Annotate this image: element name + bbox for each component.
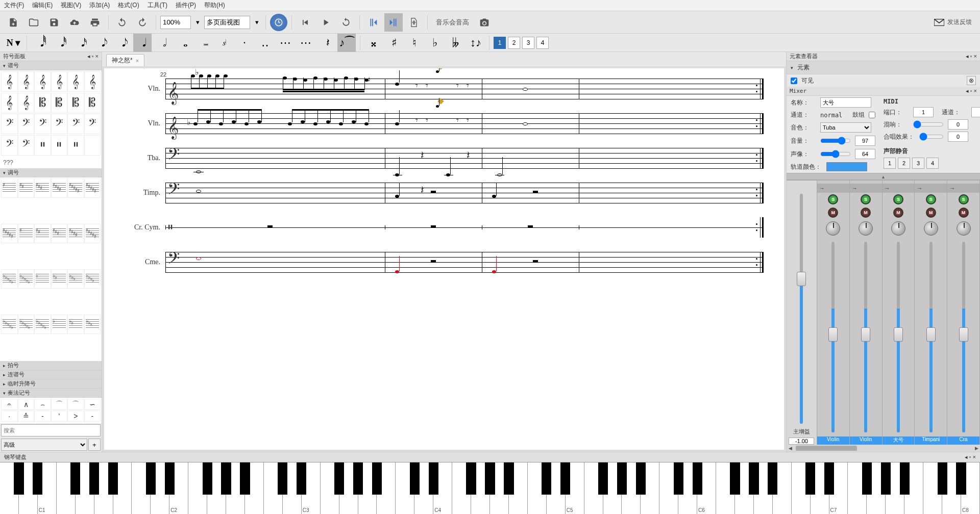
articulation-item[interactable]: -	[84, 410, 101, 422]
redo-button[interactable]	[133, 13, 152, 32]
inspector-close-buttons[interactable]: ◂ ▫ ×	[966, 53, 977, 60]
new-file-button[interactable]	[4, 13, 22, 32]
mute-button[interactable]: M	[959, 208, 969, 218]
staff[interactable]: 𝄢	[165, 252, 764, 272]
black-key[interactable]	[674, 462, 683, 495]
voice-2-button[interactable]: 2	[508, 37, 520, 49]
duration-64th-button[interactable]: 𝅘𝅥𝅱	[31, 34, 50, 52]
clef-item[interactable]	[84, 135, 101, 156]
black-key[interactable]	[749, 462, 758, 495]
patch-select[interactable]: Tuba	[820, 122, 871, 133]
reverb-slider[interactable]	[913, 120, 944, 128]
black-key[interactable]	[560, 462, 570, 495]
mixer-expand-bar[interactable]: ▲	[787, 173, 980, 180]
duration-breve-button[interactable]: 𝅜	[194, 34, 213, 52]
palette-search-input[interactable]	[1, 424, 101, 436]
clef-item[interactable]: 𝄡	[84, 93, 101, 113]
loop-toggle-button[interactable]	[337, 13, 355, 32]
key-signature-item[interactable]: ♯♯♯♯♯	[67, 178, 84, 198]
clef-item[interactable]: 𝄞	[1, 71, 18, 92]
name-input[interactable]	[820, 97, 871, 108]
key-signature-item[interactable]: ♭♭♭♭	[84, 269, 101, 289]
loop-out-button[interactable]	[384, 13, 403, 32]
view-dropdown-button[interactable]: ▾	[252, 13, 261, 32]
black-key[interactable]	[278, 462, 287, 495]
black-key[interactable]	[598, 462, 608, 495]
rest-button[interactable]: 𝄽	[317, 34, 335, 52]
undo-button[interactable]	[113, 13, 131, 32]
visible-checkbox[interactable]	[791, 78, 797, 84]
section-accidentals[interactable]: 临时升降号	[0, 379, 102, 389]
key-signature-item[interactable]: ♯♯♯♯♯	[84, 224, 101, 243]
key-signature-item[interactable]: ♭♭♭♭♭	[1, 269, 18, 289]
pan-knob[interactable]	[891, 221, 905, 236]
articulation-item[interactable]: 𝄐	[1, 399, 18, 410]
black-key[interactable]	[862, 462, 872, 495]
mixer-section-buttons[interactable]: ◂ ▫ ×	[966, 88, 977, 94]
solo-button[interactable]: S	[828, 194, 838, 204]
articulation-item[interactable]: ⌒	[67, 399, 84, 410]
zoom-dropdown-button[interactable]: ▾	[193, 13, 202, 32]
staff[interactable]: 𝄞♭𝄾𝄾𝄾𝄾	[165, 113, 764, 134]
strip-expand-button[interactable]: →	[817, 184, 849, 193]
menu-edit[interactable]: 编辑(E)	[32, 1, 53, 10]
duration-32nd-button[interactable]: 𝅘𝅥𝅰	[52, 34, 70, 52]
solo-button[interactable]: S	[861, 194, 871, 204]
black-key[interactable]	[203, 462, 212, 495]
triple-dot-button[interactable]: ⋯	[276, 34, 295, 52]
black-key[interactable]	[824, 462, 834, 495]
concert-pitch-label[interactable]: 音乐会音高	[436, 18, 469, 27]
section-time[interactable]: 拍号	[0, 361, 102, 370]
voice-3-button[interactable]: 3	[522, 37, 534, 49]
staff[interactable]: 𝄥	[165, 217, 764, 238]
clef-item[interactable]: 𝄡	[34, 93, 51, 113]
double-sharp-button[interactable]: 𝄪	[364, 34, 383, 52]
clef-item[interactable]: 𝄢	[51, 114, 68, 134]
flip-button[interactable]: ↕♪	[467, 34, 485, 52]
track-color-swatch[interactable]	[826, 162, 867, 171]
pan-knob[interactable]	[924, 221, 938, 236]
midi-channel-input[interactable]	[971, 107, 980, 117]
print-button[interactable]	[86, 13, 104, 32]
channel-fader[interactable]	[959, 327, 968, 342]
clef-item[interactable]: 𝄞	[84, 71, 101, 92]
clef-item[interactable]: 𝄢	[84, 114, 101, 134]
mixer-scrollbar[interactable]: ◀▶	[787, 445, 980, 452]
clef-item[interactable]: 𝄞	[67, 71, 84, 92]
staff[interactable]: 𝄢𝄽	[165, 183, 764, 203]
zoom-combo[interactable]	[160, 16, 191, 29]
clef-item[interactable]: 𝄢	[18, 114, 35, 134]
staff[interactable]: 𝄢𝄽𝄽	[165, 148, 764, 168]
key-signature-item[interactable]: ♯♯	[18, 178, 35, 198]
key-signature-item[interactable]: ♭	[34, 269, 51, 289]
strip-expand-button[interactable]: →	[883, 184, 915, 193]
clef-item[interactable]: 𝄢	[34, 114, 51, 134]
chorus-input[interactable]	[948, 132, 968, 142]
pan-knob[interactable]	[859, 221, 873, 236]
mute-voice-4[interactable]: 4	[926, 158, 939, 169]
black-key[interactable]	[466, 462, 476, 495]
natural-button[interactable]: ♮	[405, 34, 424, 52]
key-signature-item[interactable]: ♯♯♯♯	[67, 224, 84, 243]
palette-mode-select[interactable]: 高级	[1, 439, 87, 451]
key-signature-item[interactable]: ♭♭♭	[84, 315, 101, 334]
master-gain-input[interactable]	[789, 438, 814, 445]
black-key[interactable]	[617, 462, 627, 495]
black-key[interactable]	[504, 462, 513, 495]
volume-slider[interactable]	[820, 137, 851, 145]
mute-button[interactable]: M	[893, 208, 903, 218]
key-signature-item[interactable]: ♯♯	[34, 224, 51, 243]
solo-button[interactable]: S	[893, 194, 903, 204]
clef-item[interactable]: 𝄞	[18, 93, 35, 113]
voice-1-button[interactable]: 1	[494, 37, 506, 49]
clef-item[interactable]: 𝄞	[1, 93, 18, 113]
piano-keyboard[interactable]: C1C2C3C4C5C6C7C8	[0, 462, 980, 514]
element-section-header[interactable]: 元素	[787, 61, 980, 74]
key-signature-item[interactable]: ♭♭	[67, 315, 84, 334]
key-signature-item[interactable]: ♭	[51, 315, 68, 334]
tab-close-button[interactable]: ×	[136, 58, 139, 64]
black-key[interactable]	[89, 462, 99, 495]
pan-knob[interactable]	[826, 221, 840, 236]
clef-item[interactable]: 𝄥	[51, 135, 68, 156]
menu-file[interactable]: 文件(F)	[4, 1, 24, 10]
